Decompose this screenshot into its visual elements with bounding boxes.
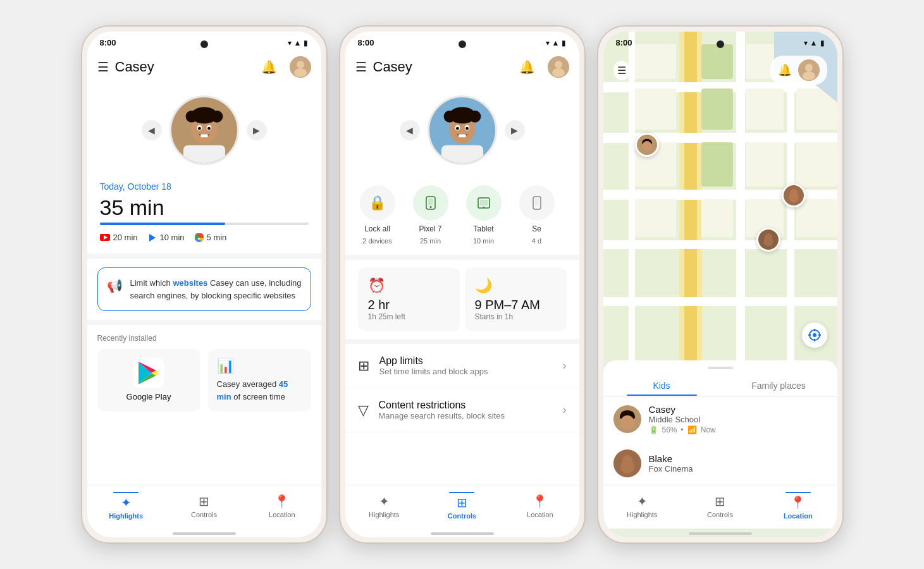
menu-icon-2[interactable]: ☰ [355, 59, 367, 75]
map-avatar-2[interactable] [782, 183, 806, 207]
svg-rect-60 [746, 89, 784, 130]
kid-name-casey: Casey [649, 404, 827, 415]
app-header-1: ☰ Casey 🔔 [87, 50, 321, 84]
recent-apps-row: Google Play 📊 Casey averaged 45 min of s… [97, 349, 311, 412]
bottom-nav-3: ✦ Highlights ⊞ Controls 📍 Location [603, 485, 837, 529]
app-limits-sub: Set time limits and block apps [379, 367, 553, 376]
device-se[interactable]: Se 4 d [515, 185, 559, 245]
svg-rect-49 [603, 297, 837, 306]
tip-card[interactable]: 📢 Limit which websites Casey can use, in… [97, 267, 311, 311]
svg-rect-64 [796, 142, 837, 187]
kid-item-blake[interactable]: Blake Fox Cinema [603, 442, 837, 485]
nav-highlights-1[interactable]: ✦ Highlights [107, 492, 145, 520]
svg-point-83 [765, 233, 772, 241]
svg-rect-38 [480, 200, 488, 205]
nav-highlights-3[interactable]: ✦ Highlights [623, 494, 661, 518]
nav-highlights-2[interactable]: ✦ Highlights [365, 494, 403, 518]
carousel-prev-2[interactable]: ◀ [400, 120, 420, 140]
nav-controls-3[interactable]: ⊞ Controls [701, 494, 739, 518]
phone-1: 8:00 ▾ ▲ ▮ ☰ Casey 🔔 ◀ [81, 25, 328, 544]
device-pixel7[interactable]: Pixel 7 25 min [409, 185, 453, 245]
clock-icon: ⏰ [368, 278, 450, 294]
battery-icon-casey: 🔋 [649, 425, 658, 434]
lock-all-circle: 🔒 [360, 185, 395, 221]
avatar-2[interactable] [548, 56, 569, 78]
svg-point-85 [813, 333, 816, 337]
device-name-2: Tablet [473, 224, 493, 233]
avatar-3[interactable] [798, 59, 820, 81]
controls-label-3: Controls [707, 511, 733, 518]
home-indicator-1 [173, 532, 236, 535]
stat1-big: 2 hr [368, 298, 450, 312]
time-casey: Now [701, 425, 716, 434]
camera-dot-3 [717, 40, 724, 48]
content-restrictions-sub: Manage search results, block sites [379, 411, 553, 420]
kid-avatar-casey [613, 405, 641, 433]
carousel-next-2[interactable]: ▶ [505, 120, 525, 140]
svg-point-97 [622, 455, 632, 465]
bell-icon-2[interactable]: 🔔 [519, 59, 535, 75]
home-indicator-3 [689, 532, 752, 535]
menu-icon-3[interactable]: ☰ [613, 61, 630, 80]
app-header-3: ☰ 🔔 [603, 51, 837, 90]
svg-point-11 [198, 127, 201, 130]
tab-family-places[interactable]: Family places [720, 374, 837, 396]
chrome-usage: 5 min [195, 233, 227, 242]
bottom-nav-2: ✦ Highlights ⊞ Controls 📍 Location [345, 485, 579, 529]
phone-3: 8:00 ▾ ▲ ▮ ☰ 🔔 [597, 25, 844, 544]
avatar-1[interactable] [290, 56, 311, 78]
tab-kids[interactable]: Kids [603, 374, 720, 396]
highlights-icon-2: ✦ [379, 494, 390, 509]
divider-2b [345, 339, 579, 344]
svg-rect-33 [459, 135, 465, 138]
bell-icon-3[interactable]: 🔔 [778, 63, 792, 77]
dot-sep: • [681, 425, 684, 434]
nav-location-2[interactable]: 📍 Location [521, 494, 559, 518]
device-name-1: Pixel 7 [419, 224, 441, 233]
device-sub-3: 4 d [532, 237, 541, 245]
app-limits-arrow: › [563, 359, 567, 372]
kid-item-casey[interactable]: Casey Middle School 🔋 56% • 📶 Now [603, 396, 837, 442]
play-time: 10 min [160, 233, 185, 242]
svg-point-80 [790, 189, 798, 197]
lock-icon: 🔒 [369, 195, 386, 211]
app-limits-item[interactable]: ⊞ App limits Set time limits and block a… [345, 344, 579, 388]
svg-point-71 [805, 64, 813, 71]
app-usage-row: 20 min 10 min 5 min [100, 233, 309, 242]
gplay-name: Google Play [126, 392, 171, 401]
time-stat[interactable]: ⏰ 2 hr 1h 25m left [358, 267, 460, 331]
svg-point-21 [555, 61, 562, 68]
nav-location-1[interactable]: 📍 Location [263, 494, 301, 518]
wifi-icon: ▾ [288, 39, 292, 47]
moon-icon: 🌙 [475, 278, 557, 294]
bell-icon-1[interactable]: 🔔 [261, 59, 277, 75]
carousel-prev-1[interactable]: ◀ [142, 120, 162, 140]
device-lock-all[interactable]: 🔒 Lock all 2 devices [355, 185, 400, 245]
map-avatar-1[interactable] [635, 133, 659, 157]
location-icon-3: 📍 [790, 495, 806, 510]
yt-usage: 20 min [100, 233, 138, 242]
recently-installed-label: Recently installed [97, 334, 311, 343]
phone-2: 8:00 ▾ ▲ ▮ ☰ Casey 🔔 ◀ [339, 25, 586, 544]
menu-icon-1[interactable]: ☰ [97, 59, 109, 75]
content-restrictions-arrow: › [563, 403, 567, 417]
progress-bar [100, 223, 309, 225]
device-sub-1: 25 min [420, 237, 441, 245]
svg-rect-13 [200, 135, 207, 138]
scroll-content-2: ◀ [345, 84, 579, 485]
highlights-label-2: Highlights [369, 511, 399, 518]
nav-controls-2[interactable]: ⊞ Controls [443, 492, 481, 520]
carousel-next-1[interactable]: ▶ [247, 120, 267, 140]
content-restrictions-item[interactable]: ▽ Content restrictions Manage search res… [345, 388, 579, 432]
svg-point-36 [429, 206, 431, 208]
nav-controls-1[interactable]: ⊞ Controls [185, 494, 223, 518]
svg-point-72 [803, 71, 815, 80]
nav-location-3[interactable]: 📍 Location [779, 492, 817, 520]
bedtime-stat[interactable]: 🌙 9 PM–7 AM Starts in 1h [465, 267, 567, 331]
device-tablet[interactable]: Tablet 10 min [462, 185, 506, 245]
bottom-sheet: Kids Family places Casey Middle School 🔋… [603, 360, 837, 485]
gplay-card[interactable]: Google Play [97, 349, 200, 412]
phone-3-screen: 8:00 ▾ ▲ ▮ ☰ 🔔 [603, 32, 837, 537]
location-target-btn[interactable] [802, 322, 827, 348]
map-avatar-3[interactable] [756, 228, 780, 252]
